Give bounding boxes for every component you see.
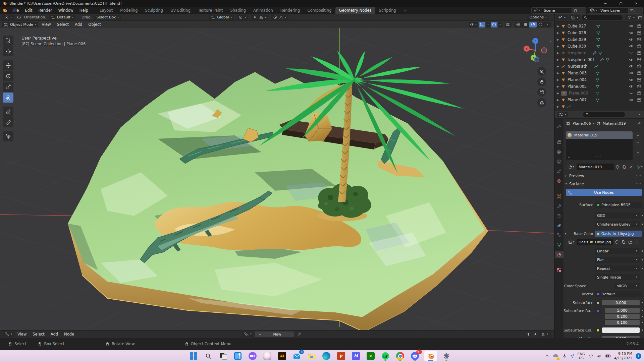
tab-constraints[interactable] bbox=[555, 232, 564, 239]
search-button[interactable] bbox=[203, 351, 214, 361]
tab-tool[interactable] bbox=[555, 123, 564, 130]
mail-app[interactable]: 8 bbox=[291, 351, 302, 361]
render-visibility-icon[interactable] bbox=[637, 77, 641, 82]
view-layer-remove-button[interactable] bbox=[635, 8, 642, 13]
outliner-row-partial[interactable]: ▶ bbox=[555, 103, 644, 110]
shading-wireframe-button[interactable] bbox=[515, 22, 522, 27]
shading-dropdown[interactable]: ▾ bbox=[544, 22, 551, 27]
subsurface-slider[interactable]: 0.000 bbox=[602, 300, 640, 305]
scale-tool[interactable] bbox=[3, 82, 13, 92]
hide-icon[interactable] bbox=[629, 84, 634, 89]
properties-search-input[interactable] bbox=[583, 112, 625, 117]
start-button[interactable] bbox=[188, 351, 199, 361]
volume-icon[interactable] bbox=[597, 354, 602, 358]
tab-compositing[interactable]: Compositing bbox=[304, 7, 335, 14]
outliner-search-input[interactable] bbox=[582, 15, 623, 20]
options-dropdown[interactable]: Options▾ bbox=[527, 15, 549, 20]
tab-world[interactable] bbox=[555, 178, 564, 184]
view-layer-copy-button[interactable] bbox=[628, 8, 635, 13]
3d-viewport[interactable]: User Perspective (87) Scene Collection |… bbox=[0, 28, 554, 330]
node-menu-node[interactable]: Node bbox=[61, 330, 77, 338]
tab-layout[interactable]: Layout bbox=[96, 7, 116, 14]
render-visibility-icon[interactable] bbox=[637, 51, 641, 55]
shading-material-button[interactable] bbox=[529, 22, 537, 27]
menu-render[interactable]: Render bbox=[36, 7, 55, 14]
add-cube-tool[interactable] bbox=[3, 131, 13, 141]
render-visibility-icon[interactable] bbox=[637, 57, 641, 62]
viewport-menu-object[interactable]: Object bbox=[86, 21, 103, 28]
material-nodes-dropdown[interactable]: ▾ bbox=[636, 164, 644, 170]
powerpoint-app[interactable]: P bbox=[336, 351, 346, 361]
add-slot-button[interactable] bbox=[634, 132, 642, 139]
maximize-button[interactable]: ▢ bbox=[613, 0, 629, 7]
hide-icon[interactable] bbox=[629, 24, 634, 28]
xbox-app[interactable]: ✕ bbox=[365, 351, 376, 361]
sidebar-collapse-arrow[interactable]: ‹ bbox=[550, 39, 551, 44]
breadcrumb-material[interactable]: Material.019 bbox=[603, 121, 626, 126]
render-visibility-icon[interactable] bbox=[637, 64, 641, 69]
tab-texture[interactable] bbox=[555, 267, 564, 274]
unlink-material-button[interactable] bbox=[628, 164, 634, 170]
material-slot-selected[interactable]: Material.019 bbox=[566, 131, 633, 139]
blender-app[interactable] bbox=[424, 351, 437, 361]
language-indicator[interactable]: ENGUS bbox=[578, 352, 585, 360]
source-dropdown[interactable]: Single Image▾ bbox=[595, 274, 640, 280]
add-workspace-button[interactable]: + bbox=[400, 7, 411, 14]
hide-icon[interactable] bbox=[629, 71, 634, 75]
navigation-gizmo[interactable]: Z X Y bbox=[523, 37, 548, 62]
tab-physics[interactable] bbox=[555, 222, 564, 229]
hide-icon[interactable] bbox=[629, 31, 634, 35]
hide-icon[interactable] bbox=[629, 37, 634, 42]
tab-object-data[interactable] bbox=[555, 242, 564, 248]
hidden-icon[interactable] bbox=[629, 91, 634, 96]
node-menu-view[interactable]: View bbox=[15, 330, 29, 338]
snap-toggle[interactable]: ▾ bbox=[251, 15, 268, 20]
image-open-button[interactable] bbox=[627, 239, 634, 245]
viewport-menu-add[interactable]: Add bbox=[72, 21, 85, 28]
tab-view-layer[interactable] bbox=[555, 158, 564, 165]
scene-copy-button[interactable] bbox=[572, 8, 579, 13]
ortho-toggle-button[interactable] bbox=[537, 98, 546, 107]
viewport-menu-select[interactable]: Select bbox=[54, 21, 71, 28]
tab-geometry-nodes[interactable]: Geometry Nodes bbox=[335, 7, 375, 14]
select-box-tool[interactable] bbox=[3, 36, 13, 46]
hide-icon[interactable] bbox=[629, 64, 634, 69]
color-space-dropdown[interactable]: sRGB▾ bbox=[614, 283, 640, 289]
location-icon[interactable] bbox=[570, 354, 574, 358]
clock[interactable]: 9:10 PM4/11/2021 bbox=[614, 352, 632, 360]
measure-tool[interactable] bbox=[3, 117, 13, 127]
subsurface-color-swatch[interactable] bbox=[602, 327, 640, 333]
xray-toggle[interactable] bbox=[505, 22, 512, 27]
render-visibility-icon[interactable] bbox=[637, 24, 641, 28]
hide-icon[interactable] bbox=[629, 44, 634, 49]
image-name-field[interactable]: Oasis_in_Libya.jpg bbox=[577, 239, 613, 245]
wifi-icon[interactable] bbox=[588, 354, 593, 358]
render-visibility-icon[interactable] bbox=[637, 98, 641, 102]
tab-scene[interactable] bbox=[555, 168, 564, 175]
zoom-button[interactable] bbox=[537, 67, 546, 76]
material-name-field[interactable]: Material.019 bbox=[577, 164, 614, 170]
move-tool[interactable] bbox=[3, 60, 13, 70]
node-menu-add[interactable]: Add bbox=[48, 330, 61, 338]
tab-animation[interactable]: Animation bbox=[250, 7, 277, 14]
browse-image-button[interactable]: ▾ bbox=[566, 239, 577, 245]
snap-mode-dropdown[interactable]: ▾ bbox=[539, 331, 550, 337]
chrome-app[interactable] bbox=[395, 351, 406, 361]
render-visibility-icon[interactable] bbox=[637, 84, 641, 89]
render-visibility-icon[interactable] bbox=[637, 44, 641, 49]
outliner-row[interactable]: ▶Plane.005 bbox=[555, 83, 644, 90]
spotify-app[interactable] bbox=[380, 351, 391, 361]
use-nodes-button[interactable]: Use Nodes bbox=[566, 189, 642, 196]
extension-dropdown[interactable]: Repeat▾ bbox=[595, 265, 640, 272]
outliner-row[interactable]: ▶Cube.030 bbox=[555, 43, 644, 50]
microphone-icon[interactable] bbox=[562, 354, 567, 358]
interpolation-dropdown[interactable]: Linear▾ bbox=[595, 248, 640, 254]
tab-scripting[interactable]: Scripting bbox=[375, 7, 400, 14]
tray-expand-icon[interactable] bbox=[545, 354, 549, 358]
widgets-button[interactable] bbox=[232, 351, 243, 361]
filter-dropdown[interactable]: ▾ bbox=[625, 15, 637, 20]
fake-user-button[interactable] bbox=[614, 164, 621, 170]
scene-unlink-button[interactable] bbox=[579, 8, 586, 13]
onedrive-warning-icon[interactable] bbox=[552, 353, 559, 359]
tab-object[interactable] bbox=[555, 193, 564, 200]
